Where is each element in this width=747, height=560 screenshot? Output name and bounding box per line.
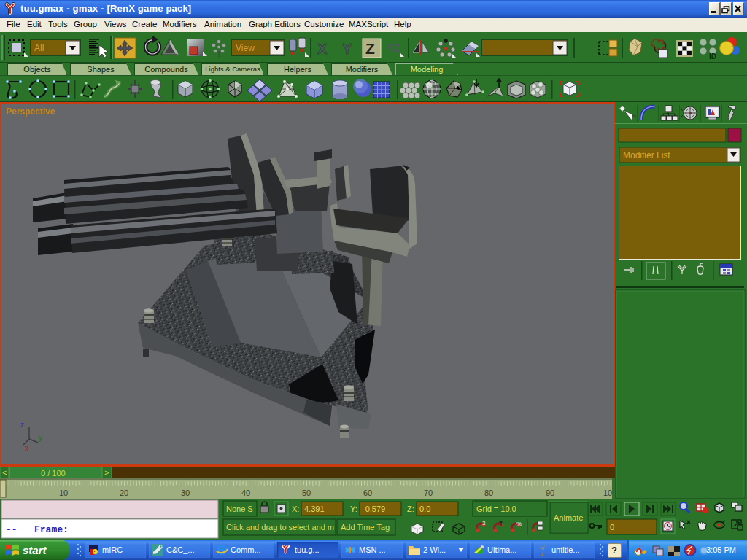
svg-text:60: 60 (363, 489, 372, 497)
svg-text:10: 10 (603, 489, 612, 497)
svg-text:X: X (317, 41, 328, 57)
svg-text:start: start (23, 544, 47, 556)
svg-text:>: > (104, 468, 109, 477)
svg-text:10: 10 (59, 489, 68, 497)
svg-text:4.391: 4.391 (304, 505, 325, 513)
svg-text:%: % (516, 521, 522, 527)
svg-text:40: 40 (241, 489, 250, 497)
svg-text:Click and drag to select and m: Click and drag to select and m (226, 523, 334, 532)
svg-text:Modifier List: Modifier List (623, 150, 670, 160)
svg-text:0.0: 0.0 (419, 505, 430, 513)
svg-text:3: 3 (482, 520, 486, 526)
svg-text:0: 0 (610, 523, 614, 532)
svg-text:YZ: YZ (387, 42, 400, 54)
svg-text:Z: Z (365, 40, 375, 57)
svg-text:y: y (39, 434, 42, 442)
svg-text:Y:: Y: (350, 505, 357, 513)
svg-text:z: z (20, 421, 24, 429)
svg-text:ID: ID (709, 52, 716, 61)
svg-text:View: View (236, 43, 255, 53)
svg-text:20: 20 (120, 489, 128, 497)
svg-text:90: 90 (546, 489, 554, 497)
svg-text:None S: None S (226, 505, 253, 513)
svg-text:80: 80 (484, 489, 493, 497)
svg-text:X:: X: (292, 505, 299, 513)
svg-text:0 / 100: 0 / 100 (41, 469, 66, 478)
svg-text:Y: Y (342, 41, 352, 57)
svg-text:Add Time Tag: Add Time Tag (341, 523, 390, 532)
svg-text:-0.579: -0.579 (363, 505, 385, 513)
svg-text:Animate: Animate (554, 513, 583, 522)
svg-text:30: 30 (181, 489, 190, 497)
svg-text:-- Frame:: -- Frame: (6, 524, 69, 535)
svg-text:50: 50 (302, 489, 311, 497)
svg-text:All: All (34, 43, 44, 53)
svg-text:Z:: Z: (407, 505, 414, 513)
svg-text:<: < (2, 468, 7, 477)
svg-text:70: 70 (424, 489, 433, 497)
svg-text:Grid = 10.0: Grid = 10.0 (476, 505, 516, 513)
svg-text:x: x (25, 444, 28, 452)
